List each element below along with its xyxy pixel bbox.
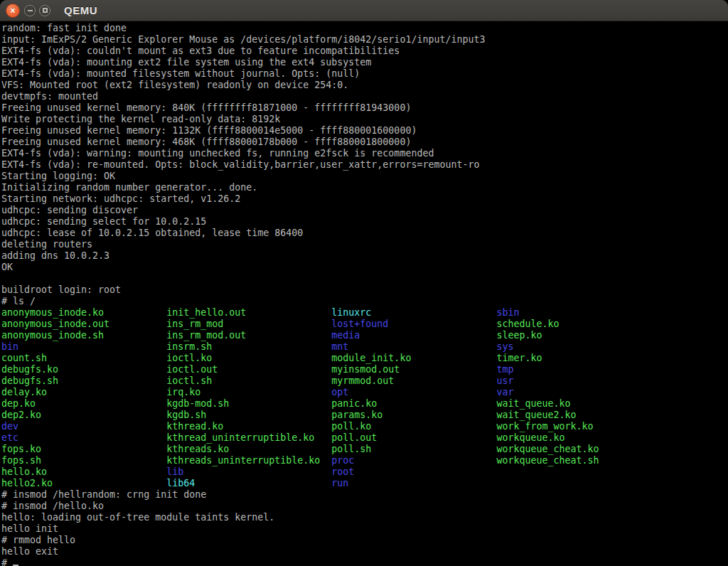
terminal-line: EXT4-fs (vda): re-mounted. Opts: block_v…	[1, 159, 728, 171]
terminal-line: OK	[1, 262, 728, 273]
ls-entry: panic.ko	[331, 398, 496, 410]
ls-entry: root	[331, 466, 496, 478]
ls-entry: sys	[496, 341, 661, 353]
ls-entry: sleep.ko	[496, 330, 661, 341]
terminal-line: anonymous_inode.shins_rm_mod.outmediasle…	[1, 330, 728, 341]
ls-entry: hello2.ko	[1, 478, 166, 489]
ls-entry: ioctl.sh	[166, 375, 331, 387]
ls-entry: insrm.sh	[166, 341, 331, 353]
ls-entry: proc	[331, 455, 496, 466]
ls-entry: myrmmod.out	[331, 375, 496, 387]
ls-entry: timer.ko	[496, 353, 661, 364]
ls-entry: anonymous_inode.out	[1, 319, 166, 330]
ls-entry: schedule.ko	[496, 319, 661, 330]
terminal-line: # ls /	[1, 296, 728, 307]
terminal-line: delay.koirq.kooptvar	[1, 387, 728, 398]
terminal-line: udhcpc: sending select for 10.0.2.15	[1, 216, 728, 228]
ls-entry: sbin	[496, 307, 661, 319]
terminal-line: debugfs.shioctl.shmyrmmod.outusr	[1, 375, 728, 387]
ls-entry: myinsmod.out	[331, 364, 496, 375]
ls-entry: kthread_uninterruptible.ko	[166, 432, 331, 444]
terminal-line: EXT4-fs (vda): mounted filesystem withou…	[1, 68, 728, 80]
ls-entry: ioctl.out	[166, 364, 331, 375]
ls-entry: anonymous_inode.sh	[1, 330, 166, 341]
ls-entry: etc	[1, 432, 166, 444]
qemu-window: × QEMU random: fast init doneinput: ImEx…	[0, 0, 728, 566]
terminal-line: # insmod /hello.ko	[1, 501, 728, 512]
terminal-line: fops.kokthreads.kopoll.shworkqueue_cheat…	[1, 444, 728, 455]
terminal-screen[interactable]: random: fast init doneinput: ImExPS/2 Ge…	[0, 21, 728, 566]
terminal-line: count.shioctl.komodule_init.kotimer.ko	[1, 353, 728, 364]
minimize-icon	[28, 10, 33, 11]
terminal-line: Write protecting the kernel read-only da…	[1, 114, 728, 125]
ls-entry: linuxrc	[331, 307, 496, 319]
terminal-line: udhcpc: lease of 10.0.2.15 obtained, lea…	[1, 228, 728, 239]
terminal-line: random: fast init done	[1, 23, 728, 34]
ls-entry: workqueue.ko	[496, 432, 661, 444]
terminal-line: hello: loading out-of-tree module taints…	[1, 512, 728, 523]
ls-entry: anonymous_inode.ko	[1, 307, 166, 319]
terminal-line: EXT4-fs (vda): couldn't mount as ext3 du…	[1, 46, 728, 57]
terminal-line: etckthread_uninterruptible.kopoll.outwor…	[1, 432, 728, 444]
terminal-line: Freeing unused kernel memory: 468K (ffff…	[1, 137, 728, 148]
ls-entry: lost+found	[331, 319, 496, 330]
ls-entry: poll.out	[331, 432, 496, 444]
terminal-line: # rmmod hello	[1, 535, 728, 546]
ls-entry: tmp	[496, 364, 661, 375]
terminal-line: adding dns 10.0.2.3	[1, 250, 728, 262]
terminal-line: devtmpfs: mounted	[1, 91, 728, 102]
ls-entry: delay.ko	[1, 387, 166, 398]
terminal-line: hello exit	[1, 546, 728, 557]
ls-entry: count.sh	[1, 353, 166, 364]
terminal-line: bininsrm.shmntsys	[1, 341, 728, 353]
terminal-line: EXT4-fs (vda): warning: mounting uncheck…	[1, 148, 728, 159]
window-close-button[interactable]: ×	[6, 4, 20, 18]
terminal-line: dep.kokgdb-mod.shpanic.kowait_queue.ko	[1, 398, 728, 410]
ls-entry: media	[331, 330, 496, 341]
ls-entry: wait_queue.ko	[496, 398, 661, 410]
ls-entry: dep.ko	[1, 398, 166, 410]
terminal-line: input: ImExPS/2 Generic Explorer Mouse a…	[1, 34, 728, 46]
ls-entry: fops.sh	[1, 455, 166, 466]
ls-entry: poll.sh	[331, 444, 496, 455]
ls-entry: kgdb.sh	[166, 410, 331, 421]
ls-entry: usr	[496, 375, 661, 387]
terminal-line: #	[1, 557, 728, 566]
ls-entry: mnt	[331, 341, 496, 353]
ls-entry: debugfs.ko	[1, 364, 166, 375]
ls-entry: ins_rm_mod	[166, 319, 331, 330]
ls-entry: lib	[166, 466, 331, 478]
terminal-line: dep2.kokgdb.shparams.kowait_queue2.ko	[1, 410, 728, 421]
terminal-line: VFS: Mounted root (ext2 filesystem) read…	[1, 80, 728, 91]
terminal-line: buildroot login: root	[1, 284, 728, 296]
ls-entry: fops.ko	[1, 444, 166, 455]
ls-entry: debugfs.sh	[1, 375, 166, 387]
window-minimize-button[interactable]	[24, 5, 36, 16]
ls-entry: var	[496, 387, 661, 398]
terminal-line: # insmod /hellrandom: crng init done	[1, 489, 728, 501]
ls-entry: dep2.ko	[1, 410, 166, 421]
ls-entry: dev	[1, 421, 166, 432]
terminal-line: Freeing unused kernel memory: 840K (ffff…	[1, 102, 728, 114]
ls-entry: kthread.ko	[166, 421, 331, 432]
terminal-line: anonymous_inode.outins_rm_modlost+founds…	[1, 319, 728, 330]
window-titlebar[interactable]: × QEMU	[0, 0, 728, 21]
ls-entry: lib64	[166, 478, 331, 489]
ls-entry: irq.ko	[166, 387, 331, 398]
maximize-icon	[43, 8, 48, 13]
ls-entry: poll.ko	[331, 421, 496, 432]
terminal-line: deleting routers	[1, 239, 728, 250]
ls-entry: kthreads_uninterruptible.ko	[166, 455, 331, 466]
terminal-line: fops.shkthreads_uninterruptible.koprocwo…	[1, 455, 728, 466]
ls-entry: kgdb-mod.sh	[166, 398, 331, 410]
terminal-line: hello init	[1, 523, 728, 535]
terminal-line: Starting network: udhcpc: started, v1.26…	[1, 193, 728, 205]
terminal-line: udhcpc: sending discover	[1, 205, 728, 216]
ls-entry: workqueue_cheat.sh	[496, 455, 661, 466]
ls-entry: hello.ko	[1, 466, 166, 478]
window-maximize-button[interactable]	[39, 5, 50, 16]
terminal-line	[1, 273, 728, 284]
ls-entry: params.ko	[331, 410, 496, 421]
ls-entry: init_hello.out	[166, 307, 331, 319]
ls-entry: workqueue_cheat.ko	[496, 444, 661, 455]
